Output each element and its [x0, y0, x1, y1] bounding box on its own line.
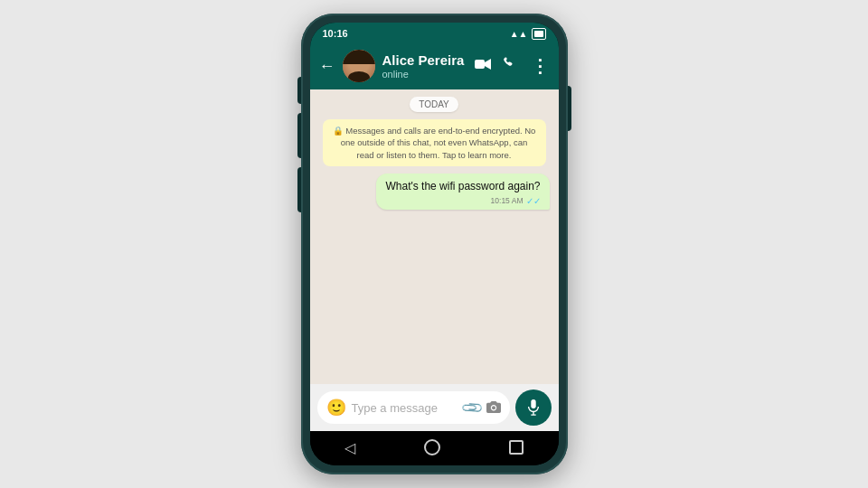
home-nav-button[interactable] [424, 439, 440, 455]
message-input-field[interactable]: 🙂 Type a message 📎 [317, 391, 510, 424]
scene: 10:16 ▲▲ ← [0, 0, 868, 488]
chat-header: ← Alice Pereira online [310, 42, 559, 89]
avatar-hair [343, 50, 375, 64]
battery-icon [532, 28, 546, 40]
svg-marker-1 [485, 59, 491, 70]
message-text: What's the wifi password again? [385, 179, 540, 194]
svg-rect-3 [531, 399, 535, 408]
status-time: 10:16 [323, 28, 348, 39]
avatar [343, 50, 375, 82]
avatar-body [348, 71, 370, 82]
back-button[interactable]: ← [319, 57, 335, 76]
read-ticks: ✓✓ [526, 196, 541, 206]
volume-down-button [297, 167, 301, 212]
back-nav-button[interactable]: ◁ [344, 439, 355, 456]
phone-screen: 10:16 ▲▲ ← [310, 23, 559, 465]
phone-frame: 10:16 ▲▲ ← [301, 14, 568, 474]
voice-call-button[interactable] [504, 57, 518, 75]
message-time: 10:15 AM [491, 196, 524, 205]
more-options-button[interactable]: ⋮ [531, 55, 550, 77]
message-out: What's the wifi password again? 10:15 AM… [376, 174, 549, 210]
camera-button[interactable] [486, 400, 501, 416]
contact-name: Alice Pereira [382, 52, 467, 69]
message-placeholder: Type a message [352, 401, 458, 415]
status-bar: 10:16 ▲▲ [310, 23, 559, 42]
message-meta: 10:15 AM ✓✓ [385, 196, 540, 206]
svg-rect-0 [475, 60, 485, 69]
svg-point-2 [492, 406, 495, 409]
encryption-notice[interactable]: 🔒 Messages and calls are end-to-end encr… [323, 119, 546, 166]
contact-status: online [382, 69, 467, 80]
wifi-icon: ▲▲ [510, 29, 528, 39]
video-call-button[interactable] [475, 58, 491, 74]
chat-body: TODAY 🔒 Messages and calls are end-to-en… [310, 89, 559, 384]
header-actions: ⋮ [475, 55, 550, 77]
nav-bar: ◁ [310, 431, 559, 465]
volume-up-button [297, 113, 301, 158]
emoji-button[interactable]: 🙂 [326, 398, 346, 418]
attach-button[interactable]: 📎 [459, 395, 485, 420]
chat-content: TODAY 🔒 Messages and calls are end-to-en… [310, 89, 559, 384]
status-icons: ▲▲ [510, 28, 546, 40]
date-badge: TODAY [410, 97, 458, 112]
input-bar: 🙂 Type a message 📎 [310, 384, 559, 431]
contact-info[interactable]: Alice Pereira online [382, 52, 467, 80]
recent-nav-button[interactable] [509, 440, 524, 455]
encryption-notice-text: 🔒 Messages and calls are end-to-end encr… [333, 126, 536, 160]
mic-button[interactable] [515, 389, 552, 426]
avatar-image [343, 50, 375, 82]
